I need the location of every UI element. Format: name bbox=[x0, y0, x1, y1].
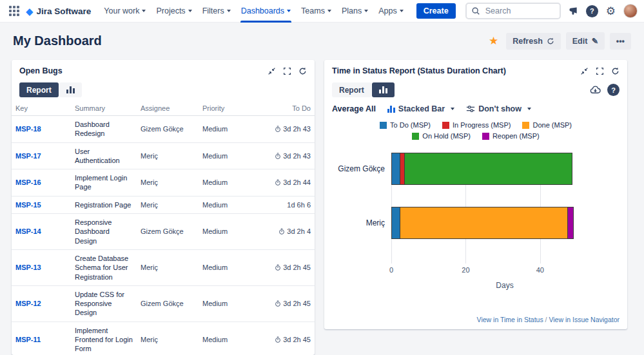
issue-priority-cell: Medium bbox=[199, 116, 253, 143]
nav-item-apps[interactable]: Apps bbox=[373, 0, 409, 23]
search-box[interactable] bbox=[465, 3, 561, 19]
issue-assignee-cell: Meriç bbox=[137, 249, 199, 285]
settings-gear-icon[interactable]: ⚙ bbox=[606, 6, 616, 17]
issue-key-link[interactable]: MSP-17 bbox=[15, 152, 41, 160]
issue-assignee-cell: Gizem Gökçe bbox=[137, 285, 199, 321]
gadget-window-controls bbox=[580, 67, 620, 75]
table-row: MSP-14Responsive Dashboard DesignGizem G… bbox=[12, 214, 315, 250]
issue-summary-cell: Update CSS for Responsive Design bbox=[71, 285, 137, 321]
bar-segment[interactable] bbox=[391, 153, 400, 185]
category-label: Meriç bbox=[327, 218, 385, 227]
table-row: MSP-16Implement Login PageMeriçMedium3d … bbox=[12, 169, 315, 197]
time-in-status-gadget: Time in Status Report (Status Duration C… bbox=[324, 60, 627, 329]
chart-type-dropdown[interactable]: Stacked Bar bbox=[387, 104, 454, 113]
issue-priority-cell: Medium bbox=[199, 249, 253, 285]
bar-segment[interactable] bbox=[400, 207, 568, 239]
category-label: Gizem Gökçe bbox=[327, 164, 385, 173]
time-in-status-icon bbox=[275, 264, 283, 271]
chevron-down-icon bbox=[527, 108, 531, 110]
issue-key-link[interactable]: MSP-11 bbox=[15, 336, 41, 343]
legend-swatch bbox=[412, 133, 419, 140]
bar-segment[interactable] bbox=[405, 153, 572, 185]
create-button[interactable]: Create bbox=[416, 3, 456, 19]
nav-menu: Your workProjectsFiltersDashboardsTeamsP… bbox=[99, 0, 408, 23]
issue-priority-cell: Medium bbox=[199, 196, 253, 213]
refresh-gadget-icon[interactable] bbox=[611, 67, 620, 75]
column-header-priority[interactable]: Priority bbox=[199, 102, 253, 116]
nav-item-projects[interactable]: Projects bbox=[151, 0, 197, 23]
issue-time-cell: 3d 2h 4 bbox=[253, 214, 315, 250]
refresh-button[interactable]: Refresh bbox=[506, 33, 561, 50]
table-row: MSP-13Create Database Schema for User Re… bbox=[12, 249, 315, 285]
column-header-key[interactable]: Key bbox=[12, 102, 71, 116]
average-all-label[interactable]: Average All bbox=[332, 104, 376, 113]
x-axis: 02040 bbox=[391, 266, 618, 276]
chevron-down-icon bbox=[364, 10, 368, 12]
minimize-icon[interactable] bbox=[268, 67, 276, 75]
issue-key-cell: MSP-13 bbox=[12, 249, 71, 285]
page-title: My Dashboard bbox=[13, 34, 102, 48]
tab-report[interactable]: Report bbox=[19, 82, 59, 97]
nav-item-your-work[interactable]: Your work bbox=[99, 0, 151, 23]
legend-swatch bbox=[380, 122, 387, 129]
issue-key-cell: MSP-12 bbox=[12, 285, 71, 321]
issue-key-link[interactable]: MSP-16 bbox=[15, 178, 41, 186]
nav-right: ? ⚙ bbox=[465, 3, 638, 19]
issue-summary-cell: Registration Page bbox=[71, 196, 137, 213]
tab-report[interactable]: Report bbox=[332, 82, 371, 97]
gadget-help-icon[interactable]: ? bbox=[607, 84, 620, 96]
column-header-summary[interactable]: Summary bbox=[71, 102, 137, 116]
search-input[interactable] bbox=[484, 6, 555, 16]
time-in-status-icon bbox=[275, 125, 283, 133]
app-switcher-icon[interactable] bbox=[6, 3, 22, 19]
issue-key-link[interactable]: MSP-15 bbox=[15, 201, 41, 209]
stacked-bar-chart: Gizem GökçeMeriç bbox=[391, 153, 618, 264]
announcement-icon[interactable] bbox=[569, 6, 578, 16]
footer-link-2[interactable]: View in Issue Navigator bbox=[549, 316, 620, 323]
bar-segment[interactable] bbox=[568, 207, 574, 239]
legend-swatch bbox=[442, 122, 449, 129]
bar-segment[interactable] bbox=[400, 153, 405, 185]
tab-chart[interactable] bbox=[372, 82, 395, 97]
jira-logo[interactable]: ◆ Jira Software bbox=[26, 6, 91, 16]
tab-chart[interactable] bbox=[59, 82, 82, 97]
issue-time-cell: 3d 2h 44 bbox=[253, 169, 315, 197]
issue-key-link[interactable]: MSP-12 bbox=[15, 300, 41, 307]
footer-link-1[interactable]: View in Time in Status bbox=[477, 316, 543, 323]
nav-item-plans[interactable]: Plans bbox=[337, 0, 373, 23]
bar-chart-icon bbox=[379, 86, 387, 93]
stacked-bar-icon bbox=[387, 106, 395, 113]
favorite-star-icon[interactable]: ★ bbox=[489, 34, 498, 48]
user-avatar[interactable] bbox=[623, 4, 638, 18]
open-bugs-table: KeySummaryAssigneePriorityTo Do MSP-18Da… bbox=[12, 102, 315, 355]
x-axis-label: Days bbox=[391, 281, 618, 290]
issue-assignee-cell: Meriç bbox=[137, 196, 199, 213]
edit-button[interactable]: Edit ✎ bbox=[566, 32, 605, 50]
help-icon[interactable]: ? bbox=[586, 5, 598, 17]
table-row: MSP-15Registration PageMeriçMedium1d 6h … bbox=[12, 196, 315, 213]
issue-key-link[interactable]: MSP-18 bbox=[15, 125, 41, 133]
column-header-assignee[interactable]: Assignee bbox=[137, 102, 199, 116]
more-options-button[interactable]: ••• bbox=[610, 33, 631, 50]
maximize-icon[interactable] bbox=[596, 67, 604, 75]
refresh-gadget-icon[interactable] bbox=[298, 67, 307, 75]
chevron-down-icon bbox=[400, 10, 404, 12]
issue-key-cell: MSP-16 bbox=[12, 169, 71, 197]
nav-item-dashboards[interactable]: Dashboards bbox=[236, 0, 296, 23]
search-icon bbox=[471, 6, 480, 15]
export-cloud-download-icon[interactable] bbox=[590, 84, 601, 95]
show-options-dropdown[interactable]: Don't show bbox=[466, 104, 531, 113]
issue-summary-cell: Implement Login Page bbox=[71, 169, 137, 197]
chevron-down-icon bbox=[188, 10, 192, 12]
column-header-to-do[interactable]: To Do bbox=[253, 102, 315, 116]
bar-segment[interactable] bbox=[391, 207, 400, 239]
issue-key-link[interactable]: MSP-13 bbox=[15, 264, 41, 271]
nav-item-teams[interactable]: Teams bbox=[296, 0, 337, 23]
issue-summary-cell: Responsive Dashboard Design bbox=[71, 214, 137, 250]
minimize-icon[interactable] bbox=[580, 67, 589, 75]
pencil-icon: ✎ bbox=[591, 36, 598, 46]
issue-priority-cell: Medium bbox=[199, 169, 253, 197]
nav-item-filters[interactable]: Filters bbox=[197, 0, 236, 23]
issue-key-link[interactable]: MSP-14 bbox=[15, 227, 41, 235]
maximize-icon[interactable] bbox=[283, 67, 291, 75]
